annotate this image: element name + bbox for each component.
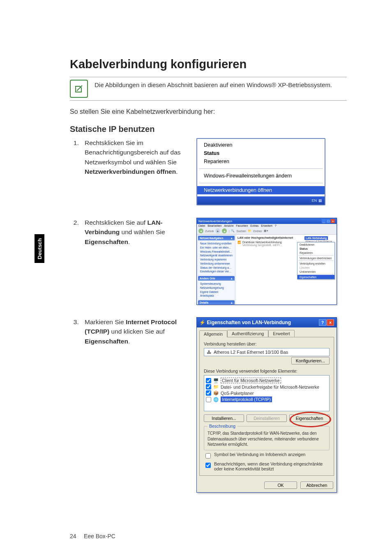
ctx-shortcut[interactable]: Verknüpfung erstellen bbox=[297, 261, 334, 265]
minimize-icon[interactable]: _ bbox=[322, 219, 326, 223]
task-item[interactable]: Ein Heim- oder ein kleines Firmennetzwer… bbox=[200, 246, 233, 250]
task-item[interactable]: Netzwerkgerät deaktivieren bbox=[200, 253, 233, 258]
cancel-button[interactable]: Abbrechen bbox=[300, 482, 333, 489]
folders-label: Ordner bbox=[253, 230, 262, 233]
connect-using-label: Verbindung herstellen über: bbox=[204, 341, 330, 346]
tab-general[interactable]: Allgemein bbox=[199, 330, 227, 337]
task-item[interactable]: Status der Verbindung anzeigen bbox=[200, 266, 233, 270]
maximize-icon[interactable]: □ bbox=[326, 219, 330, 223]
tab-advanced[interactable]: Erweitert bbox=[268, 330, 294, 337]
window-titlebar: Netzwerkverbindungen _ □ × bbox=[197, 218, 337, 224]
properties-button[interactable]: Eigenschaften bbox=[289, 415, 330, 422]
menu-file[interactable]: Datei bbox=[198, 224, 205, 227]
nic-icon: 🖧 bbox=[207, 350, 211, 355]
window-title: Netzwerkverbindungen bbox=[198, 219, 232, 223]
step-3-t2: und klicken Sie auf bbox=[109, 328, 164, 335]
checkbox[interactable] bbox=[206, 384, 211, 389]
list-item[interactable]: 🖥️ Client für Microsoft-Netzwerke bbox=[206, 377, 327, 384]
list-item[interactable]: 📁 Datei- und Druckerfreigabe für Microso… bbox=[206, 384, 327, 390]
task-item[interactable]: Verbindung umbenennen bbox=[200, 262, 233, 266]
tab-auth[interactable]: Authentifizierung bbox=[227, 330, 268, 337]
ctx-properties[interactable]: Eigenschaften bbox=[297, 275, 334, 279]
ctx-deactivate[interactable]: Deaktivieren bbox=[197, 141, 325, 149]
list-item-tcpip[interactable]: 🌐 Internetprotokoll (TCP/IP) bbox=[206, 396, 327, 403]
close-icon[interactable]: × bbox=[327, 319, 334, 326]
up-icon[interactable]: ▲ bbox=[222, 228, 227, 233]
lan-item-selected[interactable]: LAN-Verbindung bbox=[304, 236, 328, 240]
note-icon bbox=[70, 80, 88, 98]
list-item[interactable]: 📦 QoS-Paketplaner bbox=[206, 390, 327, 396]
back-label: Zurück bbox=[205, 230, 214, 233]
menu-edit[interactable]: Bearbeiten bbox=[208, 224, 221, 227]
ctx-repair[interactable]: Reparieren bbox=[197, 157, 325, 166]
chk1-label: Symbol bei Verbindung im Infobereich anz… bbox=[214, 452, 305, 457]
dialog-tabs: Allgemein Authentifizierung Erweitert bbox=[197, 327, 337, 337]
button-row: Installieren... Deinstallieren Eigenscha… bbox=[204, 415, 330, 422]
views-icon[interactable]: ▦▾ bbox=[264, 229, 268, 233]
taskbar-fragment: EN ▦ bbox=[197, 196, 325, 205]
ctx-status[interactable]: Status bbox=[297, 247, 334, 251]
document-page: Deutsch Kabelverbindung konfigurieren Di… bbox=[0, 0, 392, 560]
configure-button[interactable]: Konfigurieren... bbox=[291, 357, 330, 364]
sidebar-tasks: Neue Verbindung erstellen Ein Heim- oder… bbox=[198, 240, 235, 275]
menu-advanced[interactable]: Erweitert bbox=[261, 224, 272, 227]
step-2-t2: und wählen Sie bbox=[120, 228, 165, 235]
show-icon-checkbox-row[interactable]: Symbol bei Verbindung im Infobereich anz… bbox=[204, 452, 330, 460]
menu-view[interactable]: Ansicht bbox=[224, 224, 233, 227]
notify-checkbox-row[interactable]: Benachrichtigen, wenn diese Verbindung e… bbox=[204, 461, 330, 471]
task-item[interactable]: Verbindung reparieren bbox=[200, 258, 233, 262]
step-2-text: Rechtsklicken Sie auf LAN-Verbindung und… bbox=[70, 218, 185, 247]
step-1-text: Rechtsklicken Sie im Benachrichtigungsbe… bbox=[70, 138, 185, 176]
checkbox[interactable] bbox=[206, 390, 211, 396]
step-3-row: Markieren Sie Internet Protocol (TCP/IP)… bbox=[70, 317, 347, 493]
checkbox[interactable] bbox=[206, 397, 211, 402]
ctx-firewall[interactable]: Windows-Firewalleinstellungen ändern bbox=[197, 172, 325, 180]
ctx-status[interactable]: Status bbox=[197, 149, 325, 157]
folders-icon[interactable]: 📁 bbox=[248, 229, 251, 233]
sidebar-details-header: Details▲ bbox=[198, 300, 235, 304]
ctx-open-connections[interactable]: Netzwerkverbindungen öffnen bbox=[197, 186, 325, 194]
help-icon[interactable]: ? bbox=[319, 319, 326, 326]
device-field: 🖧 Atheros L2 Fast Ethernet 10/100 Bas bbox=[204, 348, 330, 356]
intro-text: So stellen Sie eine Kabelnetzwerkverbind… bbox=[70, 108, 347, 115]
sidebar-tasks-header: Netzwerkaufgaben▲ bbox=[198, 236, 235, 240]
ctx-bridge[interactable]: Verbindungen überbrücken bbox=[297, 256, 334, 260]
step-2-screenshot: Netzwerkverbindungen _ □ × Datei Bearbei… bbox=[196, 218, 347, 305]
doc-name: Eee Box-PC bbox=[84, 533, 115, 539]
other-item[interactable]: Netzwerkumgebung bbox=[200, 286, 233, 290]
window-menubar[interactable]: Datei Bearbeiten Ansicht Favoriten Extra… bbox=[197, 224, 337, 228]
properties-dialog: ⚡ Eigenschaften von LAN-Verbindung ? × A… bbox=[196, 317, 337, 493]
install-button[interactable]: Installieren... bbox=[204, 415, 244, 422]
back-icon[interactable]: ◄ bbox=[198, 228, 203, 233]
task-item[interactable]: Neue Verbindung erstellen bbox=[200, 242, 233, 246]
other-item[interactable]: Systemsteuerung bbox=[200, 282, 233, 286]
lang-indicator[interactable]: EN bbox=[311, 198, 317, 203]
close-icon[interactable]: × bbox=[331, 219, 335, 223]
context-menu-2: Deaktivieren Status Reparieren Verbindun… bbox=[297, 242, 335, 279]
other-item[interactable]: Arbeitsplatz bbox=[200, 294, 233, 298]
tray-network-icon[interactable]: ▦ bbox=[318, 198, 322, 203]
other-item[interactable]: Eigene Dateien bbox=[200, 290, 233, 294]
ctx-repair[interactable]: Reparieren bbox=[297, 251, 334, 255]
task-item[interactable]: Einstellungen dieser Verbindung ändern bbox=[200, 270, 233, 274]
ctx-deactivate[interactable]: Deaktivieren bbox=[297, 242, 334, 247]
protocol-icon: 🌐 bbox=[213, 397, 219, 402]
wlan-icon: 📶 bbox=[238, 241, 241, 244]
step-2-t3: . bbox=[128, 238, 130, 245]
menu-help[interactable]: ? bbox=[275, 224, 277, 227]
sidebar-other: Systemsteuerung Netzwerkumgebung Eigene … bbox=[198, 281, 235, 299]
menu-favorites[interactable]: Favoriten bbox=[236, 224, 248, 227]
ctx-rename[interactable]: Umbenennen bbox=[297, 270, 334, 274]
checkbox[interactable] bbox=[205, 453, 211, 459]
forward-icon[interactable]: ► bbox=[215, 228, 220, 233]
task-item[interactable]: Windows-Firewalleinstellungen ändern bbox=[200, 250, 233, 254]
ok-button[interactable]: OK bbox=[264, 482, 297, 489]
search-icon[interactable]: 🔍 bbox=[231, 229, 235, 233]
checkbox[interactable] bbox=[206, 378, 211, 383]
step-1-before: Rechtsklicken Sie im Benachrichtigungsbe… bbox=[85, 139, 181, 166]
window-toolbar: ◄ Zurück ► ▲ | 🔍 Suchen 📁 Ordner ▦▾ bbox=[197, 228, 337, 235]
menu-extras[interactable]: Extras bbox=[250, 224, 258, 227]
note-block: Die Abbildungen in diesen Abschnitt basi… bbox=[70, 77, 347, 101]
ctx-separator bbox=[199, 168, 323, 169]
checkbox[interactable] bbox=[205, 463, 211, 468]
